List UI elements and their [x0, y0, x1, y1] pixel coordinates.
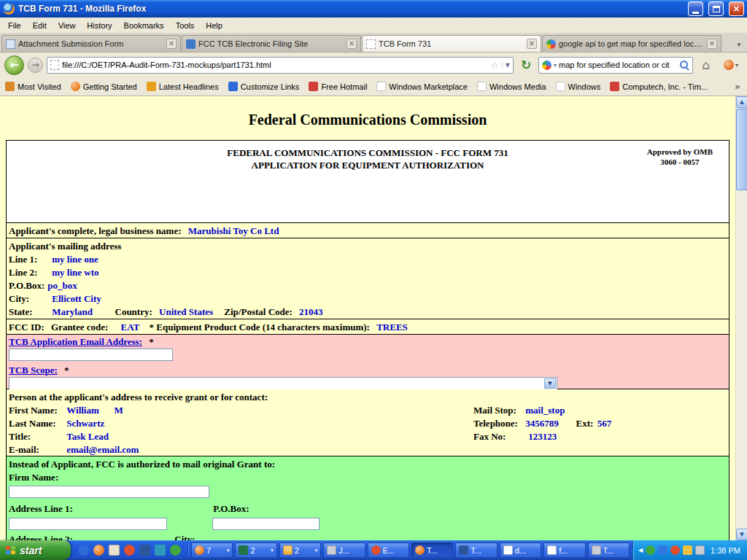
- mail-icon[interactable]: [109, 545, 120, 556]
- address-bar[interactable]: ☆ ▼: [47, 57, 514, 74]
- bookmark-star-icon[interactable]: ☆: [490, 60, 499, 71]
- bookmark-customize-links[interactable]: Customize Links: [228, 82, 300, 91]
- scroll-down-icon[interactable]: ▼: [736, 529, 747, 540]
- firefox-icon[interactable]: [93, 545, 104, 556]
- books-icon[interactable]: [124, 545, 135, 556]
- tcb-email-input[interactable]: [9, 349, 173, 361]
- minimize-button[interactable]: [688, 1, 703, 16]
- home-button[interactable]: ⌂: [697, 55, 716, 74]
- taskbar-window-button[interactable]: T...: [588, 542, 630, 558]
- tray-icon[interactable]: [658, 545, 667, 555]
- bookmark-free-hotmail[interactable]: Free Hotmail: [309, 82, 367, 91]
- city-value: Ellicott City: [52, 293, 101, 304]
- bookmarks-overflow-chevron-icon[interactable]: »: [733, 81, 742, 92]
- menu-help[interactable]: Help: [200, 19, 228, 32]
- equipment-product-code-label: * Equipment Product Code (14 characters …: [150, 322, 370, 332]
- tray-icon[interactable]: [683, 545, 692, 555]
- tab-close-icon[interactable]: ×: [166, 39, 177, 49]
- tab-tcb-form-731[interactable]: TCB Form 731 ×: [362, 35, 541, 52]
- url-history-dropdown-icon[interactable]: ▼: [502, 62, 510, 69]
- tab-label: FCC TCB Electronic Filing Site: [198, 39, 344, 48]
- media-player-icon[interactable]: [155, 545, 166, 556]
- menu-edit[interactable]: Edit: [27, 19, 53, 32]
- tray-icon[interactable]: [670, 545, 680, 555]
- bookmark-getting-started[interactable]: Getting Started: [71, 82, 137, 91]
- page-favicon-icon: [50, 60, 59, 70]
- url-input[interactable]: [62, 61, 487, 69]
- bookmark-most-visited[interactable]: Most Visited: [5, 82, 61, 91]
- messenger-icon[interactable]: [170, 545, 181, 556]
- tab-fcc-tcb-filing-site[interactable]: FCC TCB Electronic Filing Site ×: [182, 35, 361, 52]
- middle-initial-value: M: [115, 405, 123, 416]
- maximize-button[interactable]: [708, 1, 724, 16]
- tray-icon[interactable]: [695, 545, 705, 555]
- tab-close-icon[interactable]: ×: [347, 39, 357, 49]
- history-icon: [5, 82, 15, 91]
- bookmark-windows-marketplace[interactable]: Windows Marketplace: [376, 82, 468, 91]
- scrollbar-thumb[interactable]: [736, 109, 747, 190]
- bookmark-computech[interactable]: Computech, Inc. - Tim...: [610, 82, 708, 91]
- taskbar-window-button[interactable]: d...: [500, 542, 541, 558]
- scroll-up-icon[interactable]: ▲: [736, 96, 747, 108]
- navigation-bar: ← → ☆ ▼ ↻ ▾ ⌂ ▾: [0, 52, 747, 77]
- contact-heading: Person at the applicant's address to rec…: [9, 391, 727, 404]
- tab-close-icon[interactable]: ×: [707, 39, 717, 49]
- search-box[interactable]: ▾: [538, 57, 693, 74]
- tcb-scope-select[interactable]: ▼: [9, 377, 557, 390]
- back-button[interactable]: ←: [4, 55, 24, 75]
- menu-history[interactable]: History: [81, 19, 117, 32]
- toolbar-extension-button[interactable]: ▾: [719, 56, 743, 74]
- taskbar-group-folders[interactable]: 2 ▾: [279, 542, 321, 558]
- taskbar-button-label: 7: [206, 546, 225, 555]
- business-name-value: Marubishi Toy Co Ltd: [188, 225, 279, 236]
- clock[interactable]: 1:38 PM: [708, 546, 740, 555]
- tray-icon[interactable]: [646, 545, 655, 555]
- start-button[interactable]: start: [0, 540, 71, 560]
- vertical-scrollbar[interactable]: ▲ ▼: [735, 96, 747, 540]
- forward-button[interactable]: →: [28, 58, 43, 73]
- taskbar-buttons: 7 ▾ 2 ▾ 2 ▾ J... E...: [188, 542, 632, 558]
- menu-bookmarks[interactable]: Bookmarks: [118, 19, 170, 32]
- tab-google-api-map[interactable]: google api to get map for specified loca…: [542, 35, 721, 52]
- grant-pobox-input[interactable]: [212, 518, 320, 530]
- form-header-box: FEDERAL COMMUNICATIONS COMMISSION - FCC …: [6, 140, 729, 223]
- search-engine-dropdown-icon[interactable]: ▾: [554, 62, 557, 69]
- pobox-label: P.O.Box:: [9, 279, 45, 292]
- bookmark-label: Windows: [568, 82, 601, 91]
- hide-icons-chevron-icon[interactable]: ◀: [638, 547, 643, 553]
- menu-tools[interactable]: Tools: [170, 19, 201, 32]
- bookmark-windows[interactable]: Windows: [556, 82, 601, 91]
- address-line1-input[interactable]: [9, 518, 167, 530]
- close-button[interactable]: ×: [729, 1, 744, 16]
- taskbar-window-button[interactable]: J...: [323, 542, 365, 558]
- tab-attachment-submission-form[interactable]: Attachment Submission Form ×: [1, 35, 181, 52]
- menu-view[interactable]: View: [53, 19, 82, 32]
- app-icon: [371, 545, 381, 555]
- tab-close-icon[interactable]: ×: [527, 39, 537, 49]
- minimize-icon: [692, 12, 699, 14]
- taskbar-window-button[interactable]: f...: [543, 542, 585, 558]
- taskbar-group-excel[interactable]: 2 ▾: [235, 542, 276, 558]
- tab-list-dropdown-icon[interactable]: ▾: [732, 37, 746, 52]
- taskbar: start 7 ▾ 2 ▾ 2 ▾: [0, 540, 747, 560]
- taskbar-window-button[interactable]: T...: [455, 542, 497, 558]
- menu-file[interactable]: File: [2, 19, 27, 32]
- reload-button[interactable]: ↻: [517, 56, 535, 74]
- page-title: Federal Communications Commission: [0, 96, 735, 128]
- firm-name-input[interactable]: [9, 486, 209, 498]
- dropdown-arrow-icon[interactable]: ▼: [544, 378, 556, 389]
- search-input[interactable]: [559, 61, 677, 69]
- internet-explorer-icon[interactable]: [78, 545, 89, 556]
- taskbar-group-browser[interactable]: 7 ▾: [191, 542, 233, 558]
- search-icon[interactable]: [679, 60, 689, 70]
- telephone-value: 3456789: [525, 417, 566, 430]
- email-label: E-mail:: [9, 443, 60, 456]
- word-icon[interactable]: [139, 545, 150, 556]
- bookmark-windows-media[interactable]: Windows Media: [477, 82, 546, 91]
- bookmark-latest-headlines[interactable]: Latest Headlines: [147, 82, 219, 91]
- zip-label: Zip/Postal Code:: [224, 306, 293, 317]
- taskbar-window-button[interactable]: E...: [368, 542, 409, 558]
- app-icon: [195, 545, 204, 555]
- address-line2-label: Address Line 2:: [9, 533, 172, 540]
- taskbar-window-button-active[interactable]: T...: [411, 542, 453, 558]
